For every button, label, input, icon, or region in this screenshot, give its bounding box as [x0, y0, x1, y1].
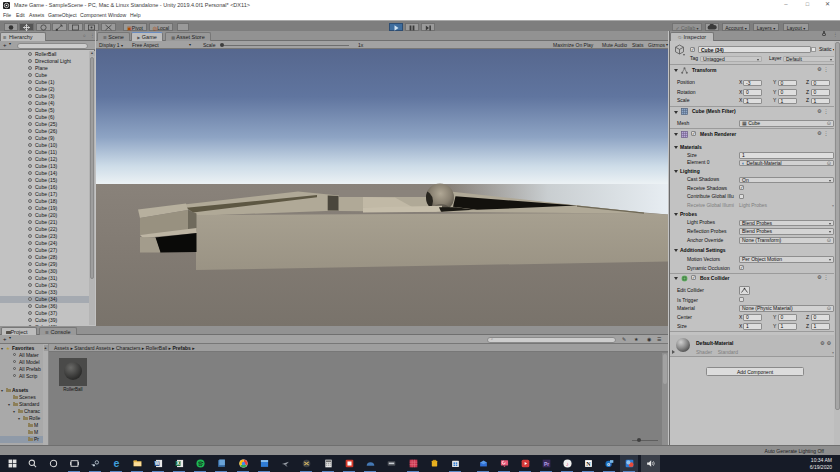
- svg-text:Pr: Pr: [544, 462, 549, 467]
- svg-text:e: e: [114, 459, 120, 468]
- svg-text:W: W: [155, 461, 160, 466]
- svg-text:N: N: [586, 461, 591, 467]
- svg-text:♪: ♪: [566, 461, 569, 467]
- svg-text:o: o: [607, 462, 610, 467]
